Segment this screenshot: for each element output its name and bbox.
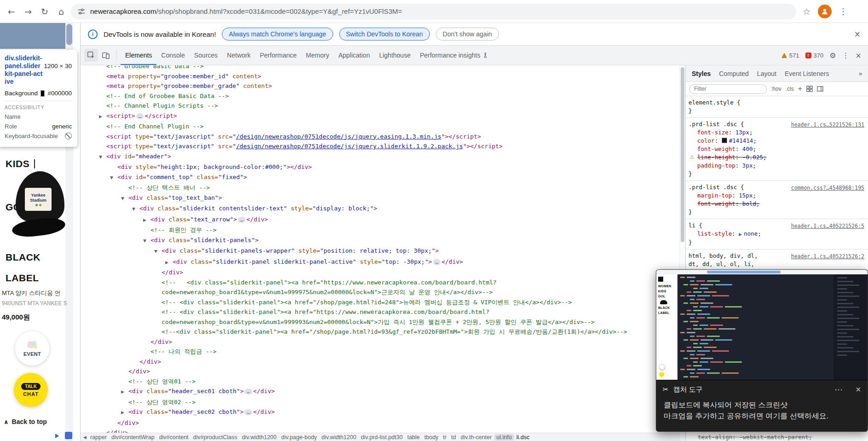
forward-icon[interactable]: → bbox=[21, 5, 35, 18]
code-line[interactable]: ▶<div class="header_sec02 cboth">…</div> bbox=[81, 407, 679, 418]
expand-arrow-icon[interactable]: ▶ bbox=[165, 258, 173, 268]
collapsed-content-ellipsis[interactable]: … bbox=[244, 409, 252, 415]
css-declaration[interactable]: font-weight: 400; bbox=[689, 145, 865, 153]
back-icon[interactable]: ← bbox=[5, 5, 18, 18]
device-toolbar-icon[interactable] bbox=[99, 49, 113, 62]
code-line[interactable]: code=newerashop_board&type=v&num1=999993… bbox=[81, 317, 679, 327]
more-tabs-icon[interactable]: » bbox=[855, 70, 866, 77]
page-scrollbar-thumb[interactable] bbox=[66, 24, 72, 45]
home-icon[interactable]: ⌂ bbox=[54, 5, 68, 18]
tab-application[interactable]: Application bbox=[334, 46, 375, 65]
capture-toast-body[interactable]: 클립보드에 복사되어 저장된 스크린샷 마크업을 추가하고 공유하려면 여기를 … bbox=[656, 399, 868, 423]
screenshot-thumbnail[interactable]: WOMEN KIDS GOL BLACK LABEL bbox=[656, 270, 868, 380]
settings-gear-icon[interactable]: ⚙ bbox=[829, 51, 836, 60]
style-rule[interactable]: .prd-list .dsc {common.css?…4548968:195m… bbox=[686, 181, 868, 219]
reload-icon[interactable]: ↻ bbox=[38, 5, 52, 18]
code-line[interactable]: code=newerashop_board1&type=v&num1=99997… bbox=[81, 287, 679, 297]
styles-tab-layout[interactable]: Layout bbox=[753, 70, 781, 77]
breadcrumb-item[interactable]: div#productClass bbox=[191, 434, 240, 441]
code-line[interactable]: <!-- 상단 영역02 --> bbox=[81, 397, 679, 407]
css-declaration[interactable]: color: #141414; bbox=[689, 137, 865, 145]
code-line[interactable]: <!-- 상단 텍스트 배너 --> bbox=[81, 183, 679, 193]
mini-arrow-icon[interactable] bbox=[55, 434, 59, 438]
code-line[interactable]: <!-- 상단 영역01 --> bbox=[81, 377, 679, 387]
browser-menu-icon[interactable]: ⋮ bbox=[839, 6, 847, 16]
breadcrumb-item[interactable]: div#content bbox=[157, 434, 191, 441]
styles-filter-input[interactable] bbox=[689, 84, 767, 94]
code-line[interactable]: <!-- End of Groobee Basic Data --> bbox=[81, 91, 679, 101]
nav-item-black[interactable]: BLACK bbox=[6, 252, 41, 263]
tab-performance-insights[interactable]: Performance insights bbox=[415, 46, 492, 65]
stylesheet-link[interactable]: header.1.cs…405221526:5 bbox=[789, 222, 864, 230]
tab-lighthouse[interactable]: Lighthouse bbox=[375, 46, 416, 65]
breadcrumb-item[interactable]: div.prd-list.pdt30 bbox=[359, 434, 405, 441]
tab-console[interactable]: Console bbox=[156, 46, 189, 65]
code-line[interactable]: </div> bbox=[81, 418, 679, 428]
breadcrumb-item[interactable]: div#contentWrap bbox=[109, 434, 157, 441]
code-line[interactable]: <meta property="groobee:member_grade" co… bbox=[81, 81, 679, 91]
styles-tab-computed[interactable]: Computed bbox=[715, 70, 753, 77]
breadcrumb-item[interactable]: ul.info bbox=[494, 434, 514, 441]
code-line[interactable]: <!-- <div class="sliderkit-panel"><a hre… bbox=[81, 307, 679, 317]
shorthand-expand-icon[interactable]: ▶ bbox=[739, 232, 742, 237]
expand-arrow-icon[interactable]: ▼ bbox=[110, 173, 117, 183]
css-declaration[interactable]: padding-top: 3px; bbox=[689, 162, 865, 170]
breadcrumb-item[interactable]: rapper bbox=[88, 434, 109, 441]
code-line[interactable]: ▼<div class="top_text_ban"> bbox=[81, 193, 679, 204]
code-line[interactable]: <!-- End Channel Plugin --> bbox=[81, 122, 679, 132]
capture-tool-toast[interactable]: WOMEN KIDS GOL BLACK LABEL ✂ 캡처 도구 ⋯ × 클… bbox=[656, 269, 868, 432]
breadcrumb-item[interactable]: table bbox=[405, 434, 422, 441]
expand-arrow-icon[interactable]: ▶ bbox=[121, 387, 128, 397]
product-cap-image[interactable]: Yankee Stadium bbox=[12, 168, 69, 248]
css-declaration[interactable]: margin-top: 15px; bbox=[689, 191, 865, 200]
stylesheet-link[interactable]: header.1.cs…5221526:131 bbox=[789, 121, 864, 129]
address-bar[interactable]: neweracapkorea.com/shop/shopbrand.html?x… bbox=[71, 4, 796, 19]
collapsed-content-ellipsis[interactable]: … bbox=[238, 217, 246, 223]
nav-item-label[interactable]: LABEL bbox=[6, 273, 39, 284]
code-line[interactable]: <!-- Channel Plugin Scripts --> bbox=[81, 101, 679, 111]
elements-scrollbar-thumb[interactable] bbox=[681, 67, 684, 242]
tab-performance[interactable]: Performance bbox=[255, 46, 301, 65]
breadcrumb-item[interactable]: div.width1200 bbox=[239, 434, 279, 441]
css-declaration[interactable]: ⚠line-height: -0.025; bbox=[689, 153, 865, 162]
breadcrumb-item[interactable]: div.page-body bbox=[279, 434, 319, 441]
expand-arrow-icon[interactable]: ▶ bbox=[121, 408, 128, 418]
code-line[interactable]: <div style="height:1px; background-color… bbox=[81, 162, 679, 172]
expand-arrow-icon[interactable]: ▼ bbox=[99, 152, 106, 162]
style-rule[interactable]: element.style {} bbox=[686, 96, 868, 118]
tune-icon[interactable] bbox=[77, 7, 86, 16]
tab-memory[interactable]: Memory bbox=[301, 46, 334, 65]
tab-sources[interactable]: Sources bbox=[190, 46, 222, 65]
style-rule[interactable]: li {header.1.cs…405221526:5list-style: ▶… bbox=[686, 219, 868, 250]
collapsed-content-ellipsis[interactable]: … bbox=[136, 113, 144, 119]
always-match-language-button[interactable]: Always match Chrome's language bbox=[222, 28, 333, 41]
style-rule[interactable]: .prd-list .dsc {header.1.cs…5221526:131f… bbox=[686, 118, 868, 181]
code-line[interactable]: </div> bbox=[81, 337, 679, 347]
event-badge[interactable]: EVENT bbox=[15, 331, 49, 366]
code-line[interactable]: <script type="text/javascript" src="/des… bbox=[81, 132, 679, 142]
devtools-menu-icon[interactable]: ⋮ bbox=[842, 51, 850, 60]
code-line[interactable]: <!--<div class="sliderkit-panel"><a href… bbox=[81, 327, 679, 337]
styles-tab-styles[interactable]: Styles bbox=[688, 70, 715, 77]
collapsed-content-ellipsis[interactable]: … bbox=[433, 259, 441, 265]
toast-more-icon[interactable]: ⋯ bbox=[834, 385, 842, 394]
code-line[interactable]: <!-- 회원인 경우 --> bbox=[81, 225, 679, 235]
expand-arrow-icon[interactable]: ▼ bbox=[154, 247, 162, 257]
code-line[interactable]: ▶<div class="header_sec01 cboth">…</div> bbox=[81, 386, 679, 397]
code-line[interactable]: <!-- 나의 적립금 --> bbox=[81, 347, 679, 357]
crumbs-scroll-left-icon[interactable]: ◀ bbox=[82, 435, 88, 440]
toggle-class-button[interactable]: .cls bbox=[786, 86, 794, 92]
floating-blue-button[interactable] bbox=[65, 432, 72, 439]
expand-arrow-icon[interactable]: ▼ bbox=[143, 236, 150, 246]
css-declaration[interactable]: font-weight: bold; bbox=[689, 200, 865, 208]
code-line[interactable]: </div> bbox=[81, 428, 679, 433]
code-line[interactable]: ▼<div class="sliderkit-panels-wrapper" s… bbox=[81, 246, 679, 257]
tab-network[interactable]: Network bbox=[222, 46, 255, 65]
stylesheet-link[interactable]: common.css?…4548968:195 bbox=[789, 184, 864, 192]
css-declaration[interactable]: list-style: ▶none; bbox=[689, 230, 865, 238]
collapsed-content-ellipsis[interactable]: … bbox=[244, 389, 252, 395]
code-line[interactable]: <script type="text/javascript" src="/des… bbox=[81, 141, 679, 151]
code-line[interactable]: </div> bbox=[81, 267, 679, 278]
toast-close-icon[interactable]: × bbox=[855, 385, 861, 394]
code-line[interactable]: ▼<div id="mheader"> bbox=[81, 151, 679, 162]
